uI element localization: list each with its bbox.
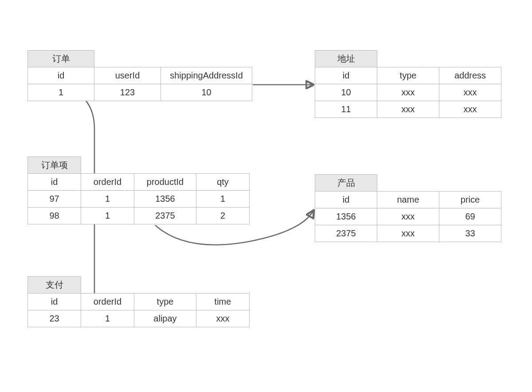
order-col-id: id [28,67,94,84]
orderitem-col-qty: qty [196,174,250,191]
payment-col-time: time [196,294,250,310]
payment-col-type: type [134,294,196,310]
orderitem-col-id: id [28,174,81,191]
product-title: 产品 [315,175,377,192]
order-col-shippingAddressId: shippingAddressId [161,67,252,84]
address-col-type: type [377,67,439,84]
product-col-id: id [315,192,377,208]
orderitem-title: 订单项 [28,157,81,174]
table-row: 23 1 alipay xxx [28,310,250,327]
payment-table: 支付 id orderId type time 23 1 alipay xxx [27,276,250,327]
product-col-price: price [439,192,501,208]
order-title: 订单 [28,51,94,67]
address-col-address: address [439,67,501,84]
table-row: 2375 xxx 33 [315,225,501,242]
order-col-userId: userId [94,67,161,84]
orderitem-col-productId: productId [134,174,196,191]
payment-title: 支付 [28,277,81,294]
payment-col-orderId: orderId [81,294,134,310]
orderitem-table: 订单项 id orderId productId qty 97 1 1356 1… [27,157,250,224]
orderitem-col-orderId: orderId [81,174,134,191]
table-row: 11 xxx xxx [315,101,501,118]
address-table: 地址 id type address 10 xxx xxx 11 xxx xxx [315,50,501,118]
table-row: 97 1 1356 1 [28,191,250,208]
table-row: 98 1 2375 2 [28,208,250,224]
table-row: 1356 xxx 69 [315,208,501,225]
address-title: 地址 [315,51,377,67]
table-row: 1 123 10 [28,84,252,101]
payment-col-id: id [28,294,81,310]
order-table: 订单 id userId shippingAddressId 1 123 10 [27,50,252,101]
address-col-id: id [315,67,377,84]
table-row: 10 xxx xxx [315,84,501,101]
product-table: 产品 id name price 1356 xxx 69 2375 xxx 33 [315,174,501,242]
product-col-name: name [377,192,439,208]
